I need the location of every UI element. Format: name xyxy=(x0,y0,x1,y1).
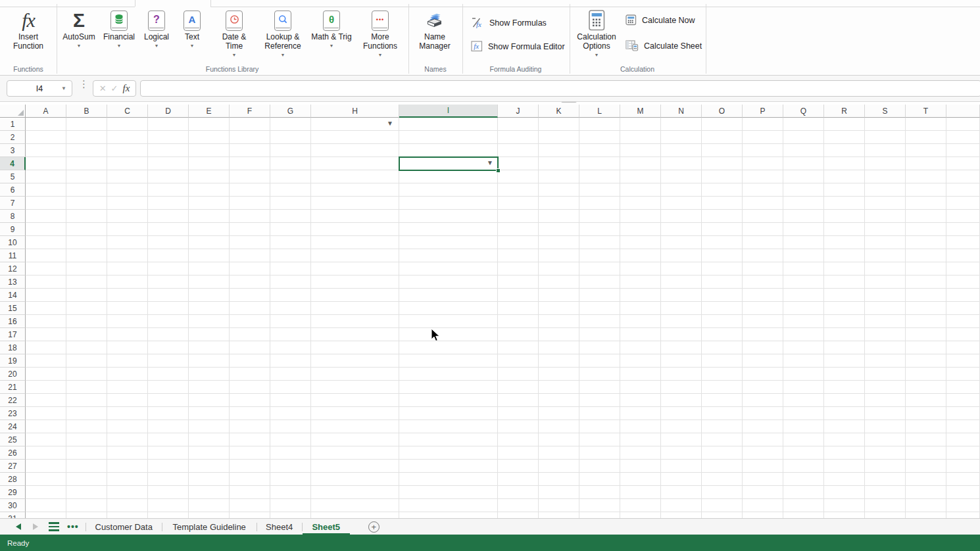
cell-Q3[interactable] xyxy=(783,144,824,157)
cell-L30[interactable] xyxy=(579,499,620,512)
cell-B10[interactable] xyxy=(66,236,107,249)
cell-N17[interactable] xyxy=(661,328,702,341)
cell-B7[interactable] xyxy=(66,197,107,210)
cell-H31[interactable] xyxy=(311,512,399,518)
column-header-K[interactable]: K xyxy=(539,105,579,118)
cell-G8[interactable] xyxy=(270,210,311,223)
autosum-button[interactable]: ΣAutoSum▼ xyxy=(59,9,99,50)
cell-A15[interactable] xyxy=(26,302,66,315)
cell-S1[interactable] xyxy=(865,118,906,131)
cell-I16[interactable] xyxy=(399,315,498,328)
cell-H21[interactable] xyxy=(311,381,399,394)
cell-P15[interactable] xyxy=(743,302,783,315)
cell-L27[interactable] xyxy=(579,460,620,473)
cell-R8[interactable] xyxy=(824,210,865,223)
cell-F4[interactable] xyxy=(230,157,270,170)
cell-K30[interactable] xyxy=(539,499,579,512)
cell-M9[interactable] xyxy=(620,223,661,236)
cell-P5[interactable] xyxy=(743,170,783,183)
cell-F19[interactable] xyxy=(230,354,270,368)
cell-I21[interactable] xyxy=(399,381,498,394)
cell-D6[interactable] xyxy=(148,183,189,197)
column-header-I[interactable]: I xyxy=(399,105,498,118)
cell-H17[interactable] xyxy=(311,328,399,341)
cell-E29[interactable] xyxy=(189,486,230,499)
cell-D2[interactable] xyxy=(148,131,189,144)
cell-P4[interactable] xyxy=(743,157,783,170)
cell-E22[interactable] xyxy=(189,394,230,407)
cell-T29[interactable] xyxy=(906,486,946,499)
cell-G9[interactable] xyxy=(270,223,311,236)
cell-partial-24[interactable] xyxy=(946,420,980,433)
cell-K23[interactable] xyxy=(539,407,579,420)
cell-J10[interactable] xyxy=(498,236,539,249)
cell-S5[interactable] xyxy=(865,170,906,183)
cell-I22[interactable] xyxy=(399,394,498,407)
cell-T14[interactable] xyxy=(906,289,946,302)
cell-B3[interactable] xyxy=(66,144,107,157)
cell-K2[interactable] xyxy=(539,131,579,144)
cell-M6[interactable] xyxy=(620,183,661,197)
cell-F18[interactable] xyxy=(230,341,270,354)
cell-C18[interactable] xyxy=(107,341,148,354)
cell-E18[interactable] xyxy=(189,341,230,354)
cell-D7[interactable] xyxy=(148,197,189,210)
cell-C8[interactable] xyxy=(107,210,148,223)
select-all-corner[interactable] xyxy=(0,105,26,118)
row-header-6[interactable]: 6 xyxy=(0,183,26,197)
cell-P6[interactable] xyxy=(743,183,783,197)
row-header-5[interactable]: 5 xyxy=(0,170,26,183)
row-header-1[interactable]: 1 xyxy=(0,118,26,131)
cell-S28[interactable] xyxy=(865,473,906,486)
cell-P9[interactable] xyxy=(743,223,783,236)
cell-Q1[interactable] xyxy=(783,118,824,131)
autosum-dropdown-icon[interactable]: ▼ xyxy=(77,42,82,50)
cell-O2[interactable] xyxy=(702,131,743,144)
cell-G18[interactable] xyxy=(270,341,311,354)
calculate-sheet-button[interactable]: Calculate Sheet xyxy=(625,40,702,51)
cell-L31[interactable] xyxy=(579,512,620,518)
cell-J28[interactable] xyxy=(498,473,539,486)
cell-S12[interactable] xyxy=(865,262,906,276)
cell-M16[interactable] xyxy=(620,315,661,328)
cell-N6[interactable] xyxy=(661,183,702,197)
cell-O13[interactable] xyxy=(702,276,743,289)
cell-L2[interactable] xyxy=(579,131,620,144)
cell-D13[interactable] xyxy=(148,276,189,289)
cell-Q4[interactable] xyxy=(783,157,824,170)
cell-Q10[interactable] xyxy=(783,236,824,249)
cell-D31[interactable] xyxy=(148,512,189,518)
cell-Q7[interactable] xyxy=(783,197,824,210)
cell-R6[interactable] xyxy=(824,183,865,197)
cell-L7[interactable] xyxy=(579,197,620,210)
cell-T25[interactable] xyxy=(906,433,946,446)
column-header-M[interactable]: M xyxy=(620,105,661,118)
cell-I30[interactable] xyxy=(399,499,498,512)
cell-J18[interactable] xyxy=(498,341,539,354)
cell-partial-8[interactable] xyxy=(946,210,980,223)
column-header-E[interactable]: E xyxy=(189,105,230,118)
cell-O24[interactable] xyxy=(702,420,743,433)
cell-K5[interactable] xyxy=(539,170,579,183)
cell-Q6[interactable] xyxy=(783,183,824,197)
cell-J31[interactable] xyxy=(498,512,539,518)
name-box-dropdown-icon[interactable]: ▼ xyxy=(61,85,66,91)
cell-S2[interactable] xyxy=(865,131,906,144)
cell-N15[interactable] xyxy=(661,302,702,315)
cell-L26[interactable] xyxy=(579,446,620,460)
calculation-options-dropdown-icon[interactable]: ▼ xyxy=(595,51,599,59)
logical-dropdown-icon[interactable]: ▼ xyxy=(155,42,159,50)
cell-J27[interactable] xyxy=(498,460,539,473)
cell-partial-31[interactable] xyxy=(946,512,980,518)
cell-T18[interactable] xyxy=(906,341,946,354)
cell-R25[interactable] xyxy=(824,433,865,446)
cell-S15[interactable] xyxy=(865,302,906,315)
cell-partial-6[interactable] xyxy=(946,183,980,197)
cell-J9[interactable] xyxy=(498,223,539,236)
column-header-L[interactable]: L xyxy=(579,105,620,118)
cell-Q26[interactable] xyxy=(783,446,824,460)
cell-G1[interactable] xyxy=(270,118,311,131)
cell-E1[interactable] xyxy=(189,118,230,131)
cell-E21[interactable] xyxy=(189,381,230,394)
cell-Q16[interactable] xyxy=(783,315,824,328)
